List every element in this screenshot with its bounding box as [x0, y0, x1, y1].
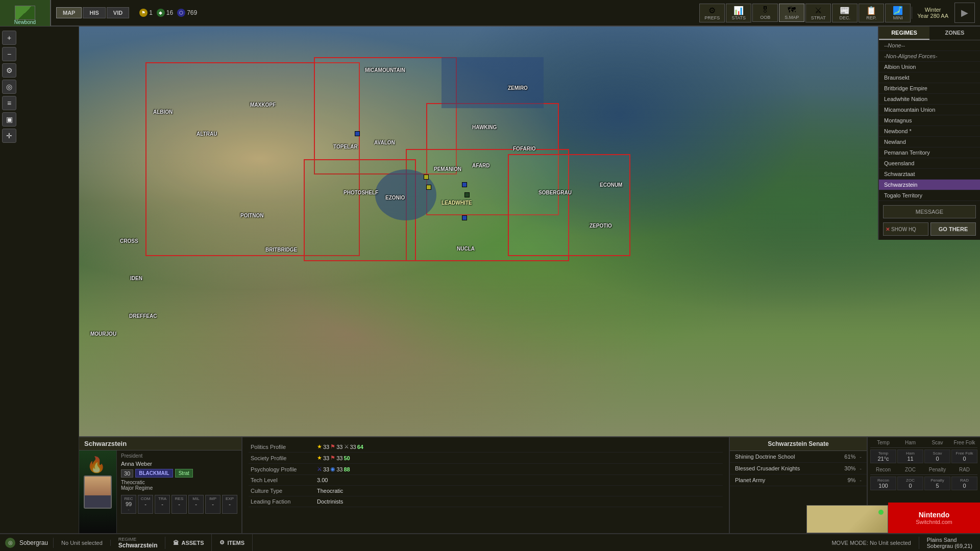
culture-value: Theocratic: [315, 486, 723, 496]
dec-btn[interactable]: 📰 DEC.: [832, 4, 857, 22]
main-map[interactable]: MICAMOUNTAIN ZEMIRO MAXKOPF ALBION ALTRA…: [79, 27, 980, 467]
profile-table: Politics Profile ★ 33 ⚑ 33 ⚔ 33 64 Socie…: [249, 441, 723, 507]
stats-label: STATS: [731, 15, 746, 20]
ls-icon-layers[interactable]: ≡: [2, 96, 16, 110]
regime-item-newbond[interactable]: Newbond *: [879, 126, 980, 137]
society-value: ★ 33 ⚑ 33 50: [315, 453, 723, 464]
char-rank-row: 30 BLACKMAIL Strat: [121, 469, 237, 478]
resource-flag: ⚑ 1: [139, 9, 153, 17]
stats-btn[interactable]: 📊 STATS: [726, 4, 751, 22]
smap-top-btn[interactable]: 🗺 S.MAP: [779, 4, 804, 22]
assets-button[interactable]: 🏛 ASSETS: [165, 534, 212, 551]
his-nav-btn[interactable]: HIS: [83, 7, 105, 18]
senate-row-1: Shining Doctrine School 61% -: [730, 451, 867, 463]
terrain-coords: Sobergrau (69,21): [927, 543, 972, 549]
regime-item-britbridge[interactable]: Britbridge Empire: [879, 83, 980, 94]
dec-label: DEC.: [839, 15, 850, 20]
items-button[interactable]: ⚙ ITEMS: [212, 534, 253, 551]
regime-item-nonaligned[interactable]: -Non-Aligned Forces-: [879, 51, 980, 62]
sg-temp-val: Temp 21°c: [870, 449, 896, 463]
char-body: 🔥 President Anna Weber 30 BLACKMAIL Stra…: [79, 450, 241, 533]
map-nav-btn[interactable]: MAP: [56, 7, 82, 18]
oob-label: OOB: [760, 15, 770, 20]
regime-item-queensland[interactable]: Queensland: [879, 158, 980, 169]
player-avatar-icon: ◎: [5, 538, 15, 548]
vid-nav-btn[interactable]: VID: [107, 7, 129, 18]
bottom-bar: ◎ Sobergrau No Unit selected REGIME Schw…: [0, 533, 980, 551]
unit-marker-3: [424, 174, 429, 180]
tab-regimes[interactable]: REGIMES: [879, 27, 929, 40]
char-portrait: 🔥: [79, 450, 117, 533]
president-name: Anna Weber: [121, 461, 237, 467]
sg-ham-val: Ham 11: [897, 449, 923, 463]
diamond-resource-icon: ◆: [157, 9, 165, 17]
president-label: President: [121, 453, 237, 459]
map-canvas[interactable]: MICAMOUNTAIN ZEMIRO MAXKOPF ALBION ALTRA…: [79, 27, 980, 467]
ls-icon-zoom-out[interactable]: −: [2, 47, 16, 61]
show-hq-button[interactable]: ✕ SHOW HQ: [883, 222, 928, 236]
senate-title: Schwarzstein Senate: [730, 437, 867, 451]
show-hq-go-there-row: ✕ SHOW HQ GO THERE: [879, 222, 980, 240]
regime-item-micamountain[interactable]: Micamountain Union: [879, 105, 980, 115]
resource-diamond: ◆ 16: [157, 9, 173, 17]
faction-label: Leading Faction: [249, 496, 315, 507]
stat-com: COM -: [138, 495, 153, 514]
psych-icons: ⚔ 33 ◉ 33 88: [317, 466, 721, 472]
senate-pct-3: 9%: [835, 477, 855, 483]
rep-icon: 📋: [866, 6, 876, 15]
prefs-icon: ⚙: [708, 6, 716, 15]
profile-row-psychology: Psychology Profile ⚔ 33 ◉ 33 88: [249, 464, 723, 475]
prefs-btn[interactable]: ⚙ PREFS: [699, 4, 725, 22]
unit-marker-5: [464, 192, 470, 197]
regime-item-montagnus[interactable]: Montagnus: [879, 115, 980, 126]
rep-btn[interactable]: 📋 REP.: [859, 4, 884, 22]
regime-item-togalo[interactable]: Togalo Territory: [879, 190, 980, 201]
sg-freefolk-val: Free Folk 0: [951, 449, 977, 463]
rep-label: REP.: [866, 15, 876, 20]
mini-btn[interactable]: 🗾 MINI: [885, 4, 911, 22]
regime-item-newland[interactable]: Newland: [879, 137, 980, 147]
stat-grid-2: Recon 100 ZOC 0 Penalty 5 RAD 0: [870, 477, 977, 490]
ls-icon-gear[interactable]: ⚙: [2, 63, 16, 78]
rank-number: 30: [121, 469, 133, 478]
resource-hex: ⬡ 769: [177, 9, 197, 17]
sword-icon-1: ⚔: [344, 443, 349, 450]
ls-icon-target[interactable]: ◎: [2, 80, 16, 94]
mini-map-expand-btn[interactable]: ▶: [954, 3, 975, 23]
regime-item-leadwhite[interactable]: Leadwhite Nation: [879, 94, 980, 105]
ls-icon-zoom-in[interactable]: +: [2, 31, 16, 45]
top-right-buttons: ⚙ PREFS 📊 STATS 🎖 OOB 🗺 S.MAP ⚔ STRAT 📰 …: [694, 3, 980, 23]
message-button[interactable]: MESSAGE: [883, 205, 976, 218]
ls-icon-filter[interactable]: ▣: [2, 112, 16, 127]
dec-icon: 📰: [840, 6, 850, 15]
go-there-button[interactable]: GO THERE: [930, 222, 976, 236]
oob-btn[interactable]: 🎖 OOB: [752, 4, 778, 22]
strat-badge: Strat: [175, 469, 193, 478]
senate-name-3: Planet Army: [735, 477, 831, 483]
regime-item-none[interactable]: --None--: [879, 40, 980, 51]
stats-header-row: Temp Ham Scav Free Folk: [870, 440, 977, 448]
stats-header-row2: Recon ZOC Penalty RAD: [870, 465, 977, 475]
char-flame-icon: 🔥: [87, 456, 106, 473]
unit-selected: No Unit selected: [54, 540, 111, 546]
flag-icon: [15, 6, 35, 20]
profile-row-tech: Tech Level 3.00: [249, 475, 723, 486]
regime-item-albion[interactable]: Albion Union: [879, 62, 980, 72]
strat-btn[interactable]: ⚔ STRAT: [805, 4, 831, 22]
ls-icon-move[interactable]: ✛: [2, 129, 16, 143]
strat-label: STRAT: [811, 15, 826, 20]
star-icon-1: ★: [317, 443, 322, 450]
regime-item-schwarztaat[interactable]: Schwarztaat: [879, 169, 980, 180]
move-mode-info: MOVE MODE: No Unit selected: [824, 540, 918, 546]
char-face-inner: [85, 477, 111, 508]
profile-panel: Politics Profile ★ 33 ⚑ 33 ⚔ 33 64 Socie…: [242, 437, 730, 533]
politics-value: ★ 33 ⚑ 33 ⚔ 33 64: [315, 441, 723, 453]
profile-row-culture: Culture Type Theocratic: [249, 486, 723, 496]
left-sidebar: + − ⚙ ◎ ≡ ▣ ✛: [0, 27, 79, 551]
regime-item-schwarzstein[interactable]: Schwarzstein: [879, 180, 980, 190]
diamond-value: 16: [166, 9, 173, 16]
tab-zones[interactable]: ZONES: [929, 27, 980, 40]
regime-item-pemanan[interactable]: Pemanan Territory: [879, 147, 980, 158]
regime-item-braunsekt[interactable]: Braunsekt: [879, 72, 980, 83]
psych-val3: 88: [344, 466, 350, 472]
